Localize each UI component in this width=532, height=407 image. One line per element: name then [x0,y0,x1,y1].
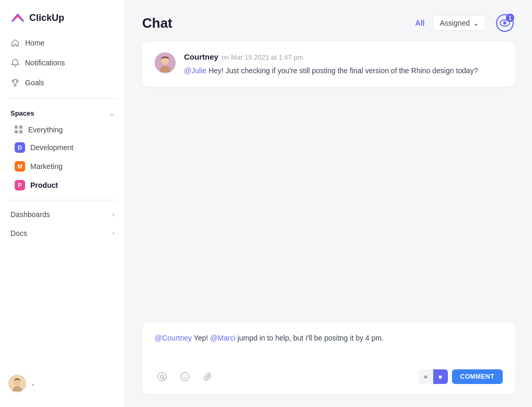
sidebar-item-notifications-label: Notifications [25,59,65,67]
sidebar-item-everything[interactable]: Everything [4,121,121,138]
docs-arrow-icon: › [112,230,114,237]
sidebar-item-notifications[interactable]: Notifications [4,53,121,72]
sidebar-divider-1 [8,98,117,99]
svg-point-4 [503,21,506,25]
reply-box: @Courtney Yep! @Marci jumpd in to help, … [142,322,515,394]
reply-toolbar [155,369,215,384]
filter-group: All Assigned ⌄ [411,15,486,31]
spaces-chevron-icon: ⌄ [109,110,114,117]
page-title: Chat [142,15,403,31]
sidebar-bottom-nav: Dashboards › Docs › [0,206,125,242]
message-1-body: Hey! Just checking if you're still posti… [206,66,478,75]
logo-text: ClickUp [29,13,64,24]
filter-dropdown-chevron-icon: ⌄ [473,19,479,27]
trophy-icon [10,78,20,87]
marketing-badge-icon: M [15,161,25,172]
product-badge-icon: P [15,180,25,190]
emoji-tool-icon[interactable] [178,369,192,384]
reply-actions: ■ ■ COMMENT [419,369,503,384]
sidebar-item-product-label: Product [30,181,58,189]
message-1-author: Courtney [184,52,218,61]
clickup-logo-icon [10,10,25,25]
reply-text-1: Yep! [192,334,210,342]
comment-button[interactable]: COMMENT [452,369,503,384]
sidebar-item-development[interactable]: D Development [4,138,121,157]
sidebar-nav: Home Notifications Goals [0,33,125,92]
bell-icon [10,58,20,67]
filter-assigned-dropdown[interactable]: Assigned ⌄ [433,15,486,31]
notification-watch-button[interactable]: 1 [494,13,515,33]
sidebar-item-product[interactable]: P Product [4,176,121,195]
sidebar-footer: ⌄ [0,368,125,399]
user-menu-chevron-icon[interactable]: ⌄ [30,380,36,387]
filter-all-button[interactable]: All [411,17,429,29]
sidebar-item-docs-label: Docs [10,229,27,238]
spaces-label: Spaces [10,109,34,117]
svg-point-11 [186,376,187,377]
sidebar-item-goals-label: Goals [25,78,44,87]
logo[interactable]: ClickUp [0,0,125,33]
format-toggle: ■ ■ [419,369,448,384]
message-1-content: Courtney on Mar 15 2021 at 1:47 pm @Juli… [184,52,503,76]
chat-header: Chat All Assigned ⌄ 1 [125,0,532,42]
sidebar-item-dashboards-label: Dashboards [10,210,50,219]
development-badge-icon: D [15,142,25,153]
notification-count-badge: 1 [506,14,514,22]
reply-text-2: jumpd in to help, but I'll be positng it… [236,334,384,342]
reply-mention-courtney[interactable]: @Courtney [155,334,192,342]
format-btn-plain[interactable]: ■ [419,369,433,384]
courtney-avatar [155,52,176,73]
sidebar-item-goals[interactable]: Goals [4,73,121,92]
reply-text-content[interactable]: @Courtney Yep! @Marci jumpd in to help, … [155,333,503,359]
dashboards-arrow-icon: › [112,211,114,218]
sidebar-item-docs[interactable]: Docs › [4,224,121,242]
message-card-1: Courtney on Mar 15 2021 at 1:47 pm @Juli… [142,42,515,87]
chat-messages-area: Courtney on Mar 15 2021 at 1:47 pm @Juli… [125,42,532,322]
svg-point-9 [181,372,189,381]
message-1-mention[interactable]: @Julie [184,66,206,75]
svg-point-10 [183,376,184,377]
mention-tool-icon[interactable] [155,369,169,384]
sidebar: ClickUp Home Notifications Goals Spaces … [0,0,125,407]
sidebar-item-home-label: Home [25,39,44,47]
home-icon [10,38,20,48]
format-btn-rich[interactable]: ■ [433,369,448,384]
svg-point-7 [158,372,166,381]
user-avatar[interactable] [8,375,26,392]
filter-assigned-label: Assigned [440,19,470,27]
message-1-text: @Julie Hey! Just checking if you're stil… [184,65,503,76]
svg-point-8 [160,375,164,378]
message-1-time: on Mar 15 2021 at 1:47 pm [222,53,303,61]
everything-dots-icon [15,126,23,134]
spaces-section-header[interactable]: Spaces ⌄ [0,105,125,121]
sidebar-item-marketing[interactable]: M Marketing [4,157,121,176]
sidebar-item-home[interactable]: Home [4,33,121,52]
sidebar-item-development-label: Development [30,143,74,152]
sidebar-item-dashboards[interactable]: Dashboards › [4,206,121,223]
reply-mention-marci[interactable]: @Marci [210,334,235,342]
main-content: Chat All Assigned ⌄ 1 [125,0,532,407]
sidebar-item-everything-label: Everything [28,126,63,134]
reply-footer: ■ ■ COMMENT [155,369,503,384]
sidebar-divider-2 [8,200,117,200]
message-1-header: Courtney on Mar 15 2021 at 1:47 pm [184,52,503,61]
sidebar-item-marketing-label: Marketing [30,162,62,171]
attachment-tool-icon[interactable] [201,369,215,384]
